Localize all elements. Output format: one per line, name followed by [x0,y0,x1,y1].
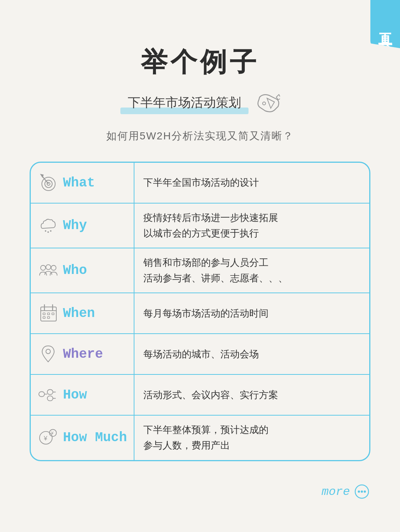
cell-left-what: What [31,163,134,203]
description-text: 如何用5W2H分析法实现又简又清晰？ [0,129,400,143]
table-row-why: Why 疫情好转后市场进一步快速拓展以城市会的方式更便于执行 [31,204,369,248]
svg-rect-18 [52,313,54,315]
table-row-what: What 下半年全国市场活动的设计 [31,163,369,204]
subtitle-area: 下半年市场活动策划 [0,91,400,114]
svg-point-31 [361,490,363,493]
cell-right-who: 销售和市场部的参与人员分工活动参与者、讲师、志愿者、、、 [134,248,369,293]
howmuch-icon: ¥ ¥ [38,427,59,448]
table-row-who: Who 销售和市场部的参与人员分工活动参与者、讲师、志愿者、、、 [31,248,369,293]
cell-right-when: 每月每场市场活动的活动时间 [134,293,369,333]
cell-right-what: 下半年全国市场活动的设计 [134,163,369,203]
svg-text:¥: ¥ [51,431,54,436]
svg-point-21 [46,349,50,354]
main-title: 举个例子 [0,44,400,80]
cell-left-where: Where [31,334,134,374]
cell-left-why: Why [31,204,134,248]
table-row-when: When 每月每场市场活动的活动时间 [31,293,369,334]
who-icon [38,260,59,281]
cell-right-where: 每场活动的城市、活动会场 [134,334,369,374]
svg-point-8 [50,230,51,232]
cell-left-who: Who [31,248,134,293]
cell-right-how: 活动形式、会议内容、实行方案 [134,375,369,415]
when-icon [38,303,59,324]
when-label: When [63,306,95,321]
cell-right-why: 疫情好转后市场进一步快速拓展以城市会的方式更便于执行 [134,204,369,248]
svg-point-32 [364,490,366,493]
what-icon [38,173,59,193]
table-row-how: How 活动形式、会议内容、实行方案 [31,375,369,416]
why-label: Why [63,218,87,233]
svg-rect-23 [47,390,53,394]
svg-point-10 [46,265,51,270]
table-row-howmuch: ¥ ¥ How Much 下半年整体预算，预计达成的参与人数，费用产出 [31,416,369,460]
svg-rect-17 [47,313,50,315]
how-label: How [63,387,87,403]
film-icon [256,92,280,114]
subtitle-text: 下半年市场活动策划 [120,91,249,114]
cell-left-how: How [31,375,134,415]
svg-point-0 [263,102,266,105]
svg-rect-19 [43,317,45,318]
how-icon [38,385,59,405]
svg-point-11 [51,265,56,270]
where-icon [38,344,59,364]
svg-rect-22 [39,391,44,396]
svg-rect-16 [43,313,45,315]
cell-right-howmuch: 下半年整体预算，预计达成的参与人数，费用产出 [134,416,369,460]
svg-point-6 [45,230,46,232]
why-icon [38,215,59,236]
svg-text:¥: ¥ [43,435,47,442]
more-label[interactable]: more [321,485,350,499]
svg-point-7 [47,231,49,233]
howmuch-label: How Much [63,430,127,445]
where-label: Where [63,347,103,362]
svg-rect-20 [47,317,50,318]
corner-tag: 工具 [370,0,400,48]
cell-left-howmuch: ¥ ¥ How Much [31,416,134,460]
cell-left-when: When [31,293,134,333]
svg-point-30 [358,490,360,493]
what-label: What [63,175,95,191]
footer: more [0,476,400,522]
svg-rect-24 [47,396,53,401]
more-icon [354,483,370,500]
table-row-where: Where 每场活动的城市、活动会场 [31,334,369,375]
main-table: What 下半年全国市场活动的设计 Why 疫情好转后市场进一步快速拓展以城市会… [30,162,370,461]
svg-point-9 [41,265,46,270]
who-label: Who [63,263,87,278]
corner-tag-text: 工具 [378,22,392,26]
